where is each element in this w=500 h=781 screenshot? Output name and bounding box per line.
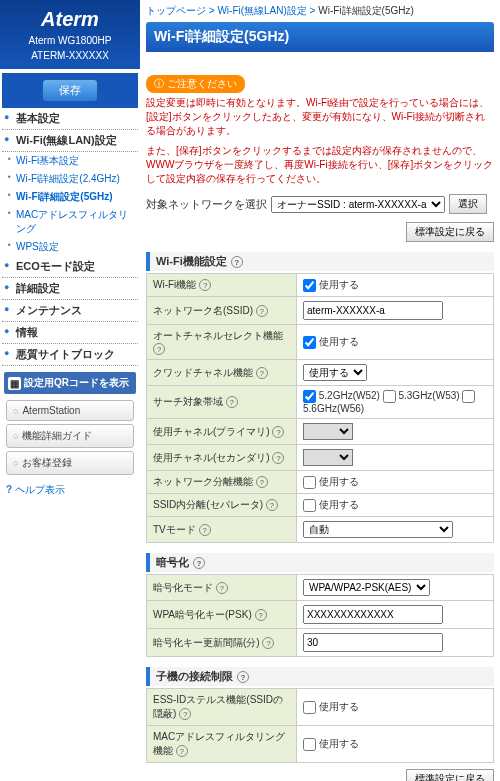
register-button[interactable]: お客様登録: [6, 451, 134, 475]
band56-checkbox[interactable]: [462, 390, 475, 403]
help-icon[interactable]: ?: [199, 279, 211, 291]
select-button[interactable]: 選択: [449, 194, 487, 214]
bc-current: Wi-Fi詳細設定(5GHz): [318, 5, 414, 16]
section-child: 子機の接続制限?: [146, 667, 494, 686]
band53-checkbox[interactable]: [383, 390, 396, 403]
help-icon[interactable]: ?: [272, 426, 284, 438]
nav-wifi-5[interactable]: Wi-Fi詳細設定(5GHz): [2, 188, 138, 206]
macfilter-checkbox[interactable]: [303, 738, 316, 751]
nav-wifi-basic[interactable]: Wi-Fi基本設定: [2, 152, 138, 170]
section-crypto: 暗号化?: [146, 553, 494, 572]
section-wifi-func: Wi-Fi機能設定?: [146, 252, 494, 271]
logo-text: Aterm: [6, 8, 134, 31]
ssid-input[interactable]: [303, 301, 443, 320]
warning-text-1: 設定変更は即時に有効となります。Wi-Fi経由で設定を行っている場合には、[設定…: [146, 96, 494, 138]
aterm-station-button[interactable]: AtermStation: [6, 400, 134, 421]
help-icon[interactable]: ?: [256, 476, 268, 488]
nav-wifi-24[interactable]: Wi-Fi詳細設定(2.4GHz): [2, 170, 138, 188]
ch-secondary-select[interactable]: [303, 449, 353, 466]
nav-mac[interactable]: MACアドレスフィルタリング: [2, 206, 138, 238]
wifi-func-checkbox[interactable]: [303, 279, 316, 292]
autoch-checkbox[interactable]: [303, 336, 316, 349]
qr-button[interactable]: 設定用QRコードを表示: [4, 372, 136, 394]
reset-button-2[interactable]: 標準設定に戻る: [406, 769, 494, 781]
help-icon[interactable]: ?: [153, 343, 165, 355]
logo-panel: Aterm Aterm WG1800HP ATERM-XXXXXX: [0, 0, 140, 69]
nav-wps[interactable]: WPS設定: [2, 238, 138, 256]
nav-basic[interactable]: 基本設定: [2, 108, 138, 130]
bc-top[interactable]: トップページ: [146, 5, 206, 16]
warning-text-2: また、[保存]ボタンをクリックするまでは設定内容が保存されませんので、WWWブラ…: [146, 144, 494, 186]
nav-block[interactable]: 悪質サイトブロック: [2, 344, 138, 366]
help-icon[interactable]: ?: [216, 582, 228, 594]
help-icon[interactable]: ?: [262, 637, 274, 649]
guide-button[interactable]: 機能詳細ガイド: [6, 424, 134, 448]
help-icon[interactable]: ?: [255, 609, 267, 621]
reset-button-1[interactable]: 標準設定に戻る: [406, 222, 494, 242]
ch-primary-select[interactable]: [303, 423, 353, 440]
interval-input[interactable]: [303, 633, 443, 652]
help-link[interactable]: ヘルプ表示: [6, 483, 134, 497]
nav-detail[interactable]: 詳細設定: [2, 278, 138, 300]
psk-input[interactable]: [303, 605, 443, 624]
sidebar: 保存 基本設定 Wi-Fi(無線LAN)設定 Wi-Fi基本設定 Wi-Fi詳細…: [0, 69, 140, 781]
sep-checkbox[interactable]: [303, 499, 316, 512]
warning-badge: ご注意ください: [146, 75, 245, 93]
help-icon[interactable]: ?: [237, 671, 249, 683]
help-icon[interactable]: ?: [272, 452, 284, 464]
help-icon[interactable]: ?: [176, 745, 188, 757]
help-icon[interactable]: ?: [226, 396, 238, 408]
breadcrumb: トップページ > Wi-Fi(無線LAN)設定 > Wi-Fi詳細設定(5GHz…: [140, 0, 500, 22]
help-icon[interactable]: ?: [193, 557, 205, 569]
model-2: ATERM-XXXXXX: [6, 50, 134, 61]
page-title: Wi-Fi詳細設定(5GHz): [146, 22, 494, 52]
iso-checkbox[interactable]: [303, 476, 316, 489]
help-icon[interactable]: ?: [231, 256, 243, 268]
help-icon[interactable]: ?: [179, 708, 191, 720]
quad-select[interactable]: 使用する: [303, 364, 367, 381]
help-icon[interactable]: ?: [256, 367, 268, 379]
nav-maint[interactable]: メンテナンス: [2, 300, 138, 322]
help-icon[interactable]: ?: [256, 305, 268, 317]
model-1: Aterm WG1800HP: [6, 35, 134, 46]
help-icon[interactable]: ?: [266, 499, 278, 511]
nav-wifi[interactable]: Wi-Fi(無線LAN)設定: [2, 130, 138, 152]
bc-wifi[interactable]: Wi-Fi(無線LAN)設定: [217, 5, 306, 16]
band52-checkbox[interactable]: [303, 390, 316, 403]
help-icon[interactable]: ?: [199, 524, 211, 536]
target-label: 対象ネットワークを選択: [146, 197, 267, 212]
nav-eco[interactable]: ECOモード設定: [2, 256, 138, 278]
save-button[interactable]: 保存: [42, 79, 98, 102]
tv-select[interactable]: 自動: [303, 521, 453, 538]
target-select[interactable]: オーナーSSID : aterm-XXXXXX-a: [271, 196, 445, 213]
essid-checkbox[interactable]: [303, 701, 316, 714]
crypto-mode-select[interactable]: WPA/WPA2-PSK(AES): [303, 579, 430, 596]
nav-info[interactable]: 情報: [2, 322, 138, 344]
